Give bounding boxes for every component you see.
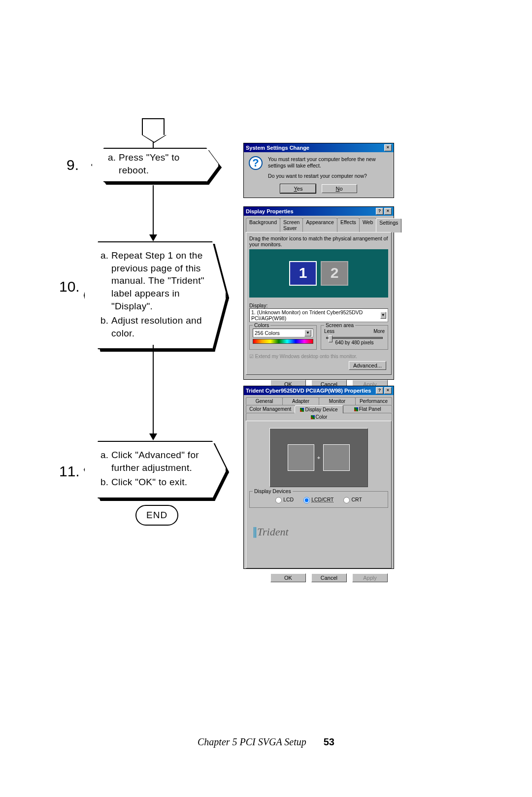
- titlebar: System Settings Change ×: [244, 143, 394, 152]
- display-dropdown[interactable]: 1. (Unknown Monitor) on Trident Cyber952…: [249, 308, 388, 322]
- dialog3-title: Trident Cyber9525DVD PCI/AGP(W98) Proper…: [246, 388, 371, 394]
- flow-step-11: Click "Advanced" for further adjustment.…: [84, 441, 227, 498]
- chevron-down-icon[interactable]: ▼: [380, 312, 386, 319]
- display-devices-group: Display Devices LCD LCD/CRT CRT: [249, 491, 388, 508]
- screenarea-group: Screen area Less More 640 by 480 pixels: [321, 325, 388, 350]
- flow-connector: [153, 185, 154, 234]
- close-icon[interactable]: ×: [384, 144, 392, 151]
- page-footer: Chapter 5 PCI SVGA Setup 53: [0, 736, 532, 748]
- crt-device-icon: [323, 444, 350, 471]
- tab-general[interactable]: General: [246, 397, 283, 405]
- dialog1-msg2: Do you want to restart your computer now…: [268, 173, 386, 179]
- trident-logo: Trident: [252, 526, 388, 538]
- tab-web[interactable]: Web: [359, 218, 376, 232]
- display-value: 1. (Unknown Monitor) on Trident Cyber952…: [251, 309, 380, 321]
- tab-display-device[interactable]: Display Device: [295, 405, 344, 413]
- display-label: Display:: [249, 302, 388, 308]
- resolution-value: 640 by 480 pixels: [324, 340, 385, 345]
- cancel-button[interactable]: Cancel: [311, 573, 347, 582]
- step-number-11: 11.: [59, 463, 80, 480]
- dialog-trident-properties: Trident Cyber9525DVD PCI/AGP(W98) Proper…: [243, 386, 394, 569]
- tab-colormgmt[interactable]: Color Management: [246, 405, 295, 413]
- flow-step-10: Repeat Step 1 on the previous page of th…: [84, 241, 227, 349]
- titlebar: Trident Cyber9525DVD PCI/AGP(W98) Proper…: [244, 386, 394, 395]
- less-label: Less: [324, 329, 334, 334]
- page-number: 53: [324, 736, 334, 747]
- titlebar: Display Properties ? ×: [244, 207, 394, 216]
- step9-a: Press "Yes" to reboot.: [119, 151, 205, 176]
- close-icon[interactable]: ×: [384, 387, 392, 394]
- tab-settings[interactable]: Settings: [376, 218, 401, 232]
- tab-strip: Background Screen Saver Appearance Effec…: [244, 216, 394, 232]
- monitor-hint: Drag the monitor icons to match the phys…: [249, 235, 388, 247]
- close-icon[interactable]: ×: [384, 208, 392, 215]
- colors-value: 256 Colors: [255, 330, 280, 336]
- colors-label: Colors: [253, 322, 270, 328]
- dialog1-title: System Settings Change: [246, 145, 309, 151]
- step10-a: Repeat Step 1 on the previous page of th…: [111, 249, 213, 312]
- advanced-button[interactable]: Advanced...: [349, 361, 386, 370]
- radio-crt[interactable]: CRT: [343, 497, 362, 503]
- flow-end: END: [135, 505, 178, 526]
- flow-step-9: Press "Yes" to reboot.: [91, 148, 219, 182]
- help-icon[interactable]: ?: [376, 387, 383, 394]
- ok-button[interactable]: OK: [270, 573, 306, 582]
- flow-continuation-icon: [142, 118, 165, 135]
- tab-color[interactable]: Color: [246, 413, 392, 421]
- flow-connector: [153, 345, 154, 433]
- colors-dropdown[interactable]: 256 Colors ▼: [253, 329, 313, 337]
- step11-a: Click "Advanced" for further adjustment.: [111, 449, 213, 474]
- monitor-1-icon[interactable]: 1: [289, 261, 317, 286]
- tab-adapter[interactable]: Adapter: [282, 397, 319, 405]
- monitor-arrangement[interactable]: 1 2: [249, 249, 388, 298]
- color-spectrum-icon: [253, 339, 313, 344]
- plus-icon: +: [317, 455, 320, 461]
- chapter-label: Chapter 5 PCI SVGA Setup: [198, 736, 306, 747]
- apply-button[interactable]: Apply: [352, 573, 388, 582]
- step10-b: Adjust resolution and color.: [111, 314, 213, 339]
- dialog-system-settings-change: System Settings Change × ? You must rest…: [243, 143, 394, 198]
- lcd-device-icon: [288, 444, 314, 471]
- question-icon: ?: [249, 156, 263, 170]
- tab-strip: General Adapter Monitor Performance Colo…: [244, 395, 394, 421]
- tab-appearance[interactable]: Appearance: [302, 218, 337, 232]
- step-number-9: 9.: [66, 157, 79, 173]
- radio-lcd[interactable]: LCD: [275, 497, 294, 503]
- dialog2-title: Display Properties: [246, 208, 294, 214]
- tab-screensaver[interactable]: Screen Saver: [280, 218, 303, 232]
- radio-lcdcrt[interactable]: LCD/CRT: [303, 497, 333, 503]
- tab-effects[interactable]: Effects: [337, 218, 360, 232]
- step-number-10: 10.: [59, 278, 80, 295]
- extend-desktop-checkbox[interactable]: ☑ Extend my Windows desktop onto this mo…: [249, 354, 388, 359]
- arrow-down-icon: [149, 433, 157, 440]
- tab-background[interactable]: Background: [246, 218, 280, 232]
- dialog1-msg1: You must restart your computer before th…: [268, 156, 386, 169]
- colors-group: Colors 256 Colors ▼: [249, 325, 317, 350]
- help-icon[interactable]: ?: [376, 208, 383, 215]
- more-label: More: [373, 329, 385, 334]
- monitor-2-icon[interactable]: 2: [321, 261, 348, 286]
- step11-b: Click "OK" to exit.: [111, 476, 213, 489]
- arrow-down-icon: [149, 234, 157, 241]
- tab-monitor[interactable]: Monitor: [319, 397, 356, 405]
- resolution-slider[interactable]: [326, 337, 383, 339]
- chevron-down-icon[interactable]: ▼: [304, 330, 311, 336]
- device-preview: +: [269, 428, 368, 487]
- screenarea-label: Screen area: [324, 322, 355, 328]
- tab-performance[interactable]: Performance: [355, 397, 392, 405]
- no-button[interactable]: No: [322, 184, 357, 193]
- display-devices-label: Display Devices: [253, 488, 293, 494]
- dialog-display-properties: Display Properties ? × Background Screen…: [243, 206, 394, 380]
- yes-button[interactable]: Yes: [280, 184, 316, 193]
- tab-flatpanel[interactable]: Flat Panel: [343, 405, 392, 413]
